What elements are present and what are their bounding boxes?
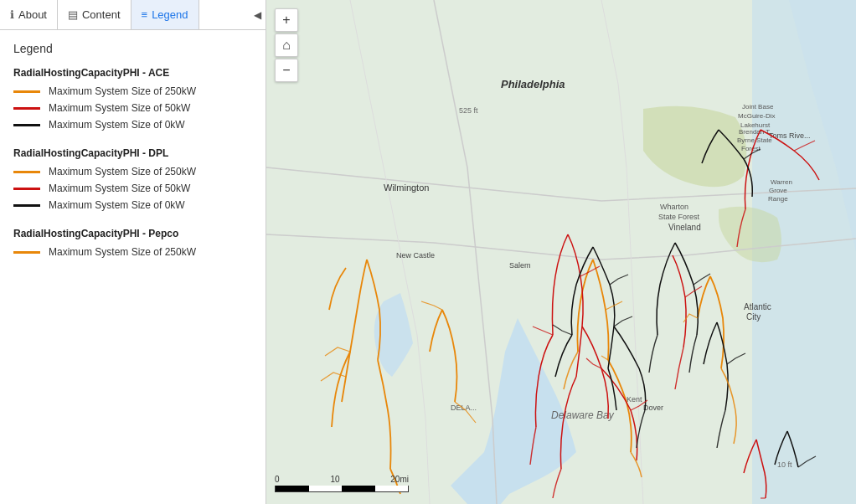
svg-text:McGuire-Dix: McGuire-Dix: [738, 112, 775, 120]
info-icon: ℹ: [10, 8, 14, 21]
legend-line-red: [13, 188, 40, 190]
scale-segment: [375, 486, 409, 491]
legend-label: Maximum System Size of 0kW: [49, 199, 185, 211]
scale-segment: [309, 486, 343, 491]
scale-label-0: 0: [275, 475, 280, 484]
legend-item: Maximum System Size of 250kW: [13, 166, 252, 177]
map-controls: + ⌂ −: [275, 8, 298, 82]
legend-line-orange: [13, 171, 40, 173]
svg-text:Philadelphia: Philadelphia: [501, 78, 565, 90]
svg-text:10 ft: 10 ft: [777, 460, 792, 469]
legend-label: Maximum System Size of 50kW: [49, 102, 190, 114]
map-svg: Philadelphia Wilmington Delaware Bay Vin…: [266, 0, 856, 504]
tab-content[interactable]: ▤ Content: [58, 0, 131, 29]
legend-label: Maximum System Size of 0kW: [49, 119, 185, 131]
svg-text:State Forest: State Forest: [658, 213, 700, 221]
svg-text:Forest: Forest: [741, 145, 761, 152]
legend-section-pepco-title: RadialHostingCapacityPHI - Pepco: [13, 228, 252, 239]
home-button[interactable]: ⌂: [275, 33, 298, 57]
tab-legend[interactable]: ≡ Legend: [131, 0, 199, 29]
svg-text:Wilmington: Wilmington: [384, 183, 429, 193]
legend-item: Maximum System Size of 50kW: [13, 102, 252, 114]
tab-about[interactable]: ℹ About: [0, 0, 58, 29]
map-area[interactable]: Philadelphia Wilmington Delaware Bay Vin…: [266, 0, 856, 504]
svg-text:Warren: Warren: [771, 178, 792, 186]
legend-item: Maximum System Size of 250kW: [13, 85, 252, 97]
svg-text:Kent: Kent: [627, 395, 642, 404]
legend-line-red: [13, 107, 40, 110]
scale-segment: [276, 486, 309, 491]
svg-text:Delaware Bay: Delaware Bay: [551, 409, 615, 421]
legend-section-ace-title: RadialHostingCapacityPHI - ACE: [13, 67, 252, 79]
legend-line-black: [13, 124, 40, 126]
legend-line-black: [13, 204, 40, 207]
svg-text:Range: Range: [768, 195, 788, 203]
svg-text:DELA...: DELA...: [451, 404, 477, 412]
legend-label: Maximum System Size of 250kW: [49, 166, 196, 177]
legend-line-orange: [13, 251, 40, 254]
svg-text:525 ft: 525 ft: [459, 106, 478, 115]
svg-text:Brendan T.: Brendan T.: [739, 128, 771, 136]
scale-label-10: 10: [330, 475, 339, 484]
legend-label: Maximum System Size of 250kW: [49, 85, 196, 97]
legend-item: Maximum System Size of 250kW: [13, 246, 252, 258]
svg-text:Vineland: Vineland: [668, 223, 701, 232]
legend-section-dpl-title: RadialHostingCapacityPHI - DPL: [13, 147, 252, 159]
svg-text:Wharton: Wharton: [660, 203, 688, 211]
content-icon: ▤: [68, 8, 78, 21]
left-panel: ℹ About ▤ Content ≡ Legend ◀ Legend Radi…: [0, 0, 266, 504]
tab-legend-label: Legend: [152, 8, 188, 21]
zoom-in-button[interactable]: +: [275, 8, 298, 32]
svg-text:Joint Base: Joint Base: [742, 103, 774, 111]
svg-text:Atlantic: Atlantic: [744, 302, 771, 311]
svg-text:City: City: [746, 312, 761, 321]
legend-label: Maximum System Size of 50kW: [49, 183, 190, 194]
legend-panel: Legend RadialHostingCapacityPHI - ACE Ma…: [0, 30, 266, 504]
legend-icon: ≡: [142, 8, 148, 21]
scale-graphic: [275, 486, 409, 492]
svg-text:New Castle: New Castle: [396, 251, 435, 260]
legend-label: Maximum System Size of 250kW: [49, 246, 196, 258]
scale-segment: [342, 486, 375, 491]
legend-section-dpl: RadialHostingCapacityPHI - DPL Maximum S…: [13, 147, 252, 211]
legend-item: Maximum System Size of 50kW: [13, 183, 252, 194]
collapse-panel-button[interactable]: ◀: [249, 0, 266, 30]
scale-labels: 0 10 20mi: [275, 475, 409, 484]
scale-label-20: 20mi: [390, 475, 409, 484]
legend-title: Legend: [13, 42, 252, 55]
tab-content-label: Content: [82, 8, 121, 21]
tab-bar: ℹ About ▤ Content ≡ Legend ◀: [0, 0, 266, 30]
legend-line-orange: [13, 90, 40, 93]
svg-text:Dover: Dover: [643, 404, 663, 412]
legend-item: Maximum System Size of 0kW: [13, 119, 252, 131]
scale-bar: 0 10 20mi: [275, 475, 409, 492]
tab-about-label: About: [18, 8, 47, 21]
legend-item: Maximum System Size of 0kW: [13, 199, 252, 211]
zoom-out-button[interactable]: −: [275, 59, 298, 82]
svg-text:Grove: Grove: [769, 187, 787, 194]
legend-section-pepco: RadialHostingCapacityPHI - Pepco Maximum…: [13, 228, 252, 258]
svg-text:Salem: Salem: [509, 261, 531, 270]
legend-section-ace: RadialHostingCapacityPHI - ACE Maximum S…: [13, 67, 252, 131]
